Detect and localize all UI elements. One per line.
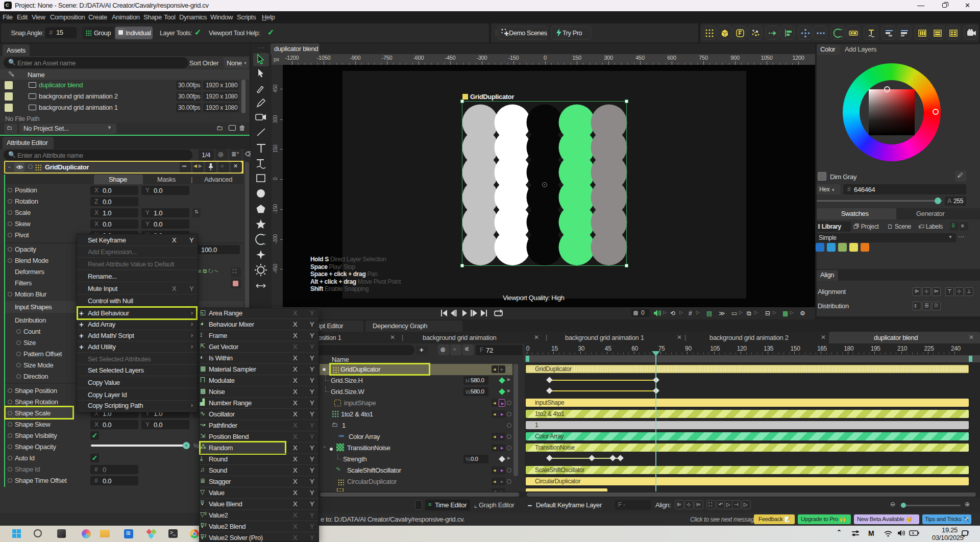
svg-text:z: z — [967, 530, 969, 534]
